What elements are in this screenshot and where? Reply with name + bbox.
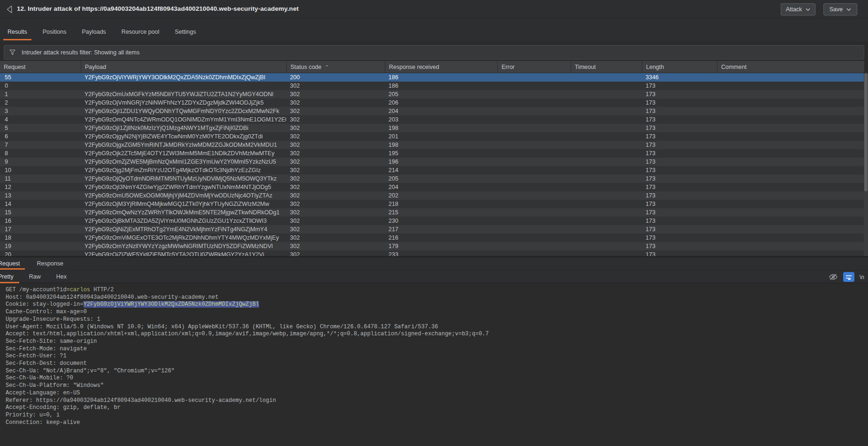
cell-request: 17 bbox=[0, 225, 81, 234]
table-row[interactable]: 20Y2FybG9zOjZlZWE5YjdlZjE5MTc5YTA2OTU0ZW… bbox=[0, 250, 864, 256]
column-header-response-received[interactable]: Response received bbox=[385, 61, 497, 73]
newline-toggle-icon[interactable]: \n bbox=[860, 274, 864, 280]
back-arrow-icon[interactable] bbox=[5, 4, 15, 15]
table-row[interactable]: 4Y2FybG9zOmQ4NTc4ZWRmODQ1OGNlMDZmYmM1YmI… bbox=[0, 115, 864, 124]
table-row[interactable]: 5Y2FybG9zOjI1ZjllNzk0MzIzYjQ1Mzg4NWY1MTg… bbox=[0, 124, 864, 132]
hide-eye-icon[interactable] bbox=[829, 273, 838, 280]
column-header-request[interactable]: Request bbox=[0, 61, 81, 73]
cell-comment bbox=[717, 174, 864, 183]
cell-payload: Y2FybG9zOjQyOTdmNDRiMTM5NTUyMzUyNDViMjQ5… bbox=[81, 174, 286, 183]
cell-status-code: 302 bbox=[286, 132, 385, 141]
title-bar: 12. Intruder attack of https://0a9400320… bbox=[0, 0, 868, 19]
table-row[interactable]: 15Y2FybG9zOmQwNzYzZWRhYTlkOWJkMmE5NTE2Mj… bbox=[0, 208, 864, 217]
tab-positions[interactable]: Positions bbox=[43, 26, 67, 35]
column-header-payload[interactable]: Payload bbox=[81, 61, 286, 73]
table-row[interactable]: 12Y2FybG9zOjI3NmY4ZGIwYjg2ZWRhYTdmYzgwNT… bbox=[0, 183, 864, 191]
tab-payloads[interactable]: Payloads bbox=[82, 26, 106, 35]
table-row[interactable]: 6Y2FybG9zOjgyN2NjYjBlZWE4YTcwNmM0YzM0YTE… bbox=[0, 132, 864, 141]
cell-response-received: 233 bbox=[385, 250, 497, 256]
table-row[interactable]: 10Y2FybG9zOjg2MjFmZmRiYzU2OTg4MjkzOTdkOT… bbox=[0, 166, 864, 174]
cell-request: 0 bbox=[0, 82, 81, 90]
chevron-down-icon bbox=[846, 8, 851, 11]
request-text: Sec-Fetch-Dest: document bbox=[6, 360, 87, 367]
table-row[interactable]: 1Y2FybG9zOmUxMGFkYzM5NDliYTU5YWJiZTU2ZTA… bbox=[0, 90, 864, 98]
cell-comment bbox=[717, 124, 864, 132]
table-row[interactable]: 18Y2FybG9zOmViMGExOTE3OTc2MjRkZDNhNDhmYT… bbox=[0, 234, 864, 242]
cell-status-code: 302 bbox=[286, 149, 385, 158]
cell-request: 7 bbox=[0, 141, 81, 149]
cell-status-code: 302 bbox=[286, 90, 385, 98]
cell-timeout bbox=[571, 250, 642, 256]
cell-payload: Y2FybG9zOmQ4NTc4ZWRmODQ1OGNlMDZmYmM1YmI3… bbox=[81, 115, 286, 124]
table-row[interactable]: 0302186173 bbox=[0, 82, 864, 90]
param-value: carlos bbox=[70, 287, 90, 293]
column-header-timeout[interactable]: Timeout bbox=[571, 61, 642, 73]
cell-comment bbox=[717, 217, 864, 225]
cell-length: 173 bbox=[642, 166, 717, 174]
message-tab-response[interactable]: Response bbox=[37, 260, 63, 267]
table-row[interactable]: 19Y2FybG9zOmYzNzllYWYzYzgzMWIwNGRlMTUzND… bbox=[0, 242, 864, 250]
cell-status-code: 302 bbox=[286, 191, 385, 200]
cell-timeout bbox=[571, 234, 642, 242]
request-text: Accept-Language: en-US bbox=[6, 390, 80, 396]
scrollbar-thumb[interactable] bbox=[864, 73, 868, 191]
word-wrap-toggle-icon[interactable] bbox=[843, 272, 854, 282]
cell-status-code: 302 bbox=[286, 107, 385, 115]
results-scrollbar[interactable] bbox=[864, 73, 868, 256]
cell-error bbox=[497, 183, 571, 191]
cell-payload: Y2FybG9zOjM3YjRlMmQ4MjkwMGQ1ZTk0YjhkYTUy… bbox=[81, 200, 286, 208]
cell-request: 6 bbox=[0, 132, 81, 141]
cell-request: 2 bbox=[0, 98, 81, 107]
cell-error bbox=[497, 82, 571, 90]
filter-status-text: Intruder attack results filter: Showing … bbox=[22, 49, 140, 56]
tab-resource-pool[interactable]: Resource pool bbox=[122, 26, 160, 35]
cell-response-received: 186 bbox=[385, 82, 497, 90]
request-line: Cache-Control: max-age=0 bbox=[6, 309, 868, 316]
save-button[interactable]: Save bbox=[823, 3, 857, 15]
column-header-status-code[interactable]: Status code⌃ bbox=[286, 61, 385, 73]
cell-length: 173 bbox=[642, 174, 717, 183]
cell-request: 20 bbox=[0, 250, 81, 256]
table-row[interactable]: 9Y2FybG9zOmZjZWE5MjBmNzQxMmI1ZGE3YmUwY2Y… bbox=[0, 158, 864, 166]
table-row[interactable]: 14Y2FybG9zOjM3YjRlMmQ4MjkwMGQ1ZTk0YjhkYT… bbox=[0, 200, 864, 208]
view-tab-hex[interactable]: Hex bbox=[56, 273, 67, 280]
column-header-comment[interactable]: Comment bbox=[717, 61, 864, 73]
view-tab-pretty[interactable]: Pretty bbox=[0, 273, 14, 280]
table-row[interactable]: 7Y2FybG9zOjgxZGM5YmRiNTJkMDRkYzIwMDM2ZGJ… bbox=[0, 141, 864, 149]
view-tab-raw[interactable]: Raw bbox=[29, 273, 41, 280]
cell-request: 12 bbox=[0, 183, 81, 191]
cell-comment bbox=[717, 225, 864, 234]
cell-comment bbox=[717, 183, 864, 191]
request-line: Accept-Encoding: gzip, deflate, br bbox=[6, 404, 868, 412]
results-filter-bar[interactable]: Intruder attack results filter: Showing … bbox=[4, 45, 864, 60]
cell-payload: Y2FybG9zOmU5OWExOGM0MjhjYjM4ZDVmMjYwODUz… bbox=[81, 191, 286, 200]
table-row[interactable]: 2Y2FybG9zOjVmNGRjYzNiNWFhNzY1ZDYxZDgzMjd… bbox=[0, 98, 864, 107]
table-row[interactable]: 17Y2FybG9zOjNiZjExMTRhOTg2YmE4N2VkMjhmYz… bbox=[0, 225, 864, 234]
tab-settings[interactable]: Settings bbox=[175, 26, 196, 35]
cell-payload: Y2FybG9zOjI1ZjllNzk0MzIzYjQ1Mzg4NWY1MTgx… bbox=[81, 124, 286, 132]
cell-length: 173 bbox=[642, 132, 717, 141]
column-header-error[interactable]: Error bbox=[497, 61, 571, 73]
request-editor[interactable]: GET /my-account?id=carlos HTTP/2Host: 0a… bbox=[0, 283, 868, 446]
request-text: Accept-Encoding: gzip, deflate, br bbox=[6, 404, 121, 411]
table-row[interactable]: 8Y2FybG9zOjk2ZTc5MjE4OTY1ZWI3MmM5MmE1NDl… bbox=[0, 149, 864, 158]
table-row[interactable]: 55Y2FybG9zOjViYWRjYWY3ODlkM2QxZDA5Nzk0ZD… bbox=[0, 73, 864, 82]
request-line: Sec-Ch-Ua: "Not/A)Brand";v="8", "Chromiu… bbox=[6, 368, 868, 375]
tab-results[interactable]: Results bbox=[8, 26, 27, 35]
cell-comment bbox=[717, 208, 864, 217]
table-row[interactable]: 11Y2FybG9zOjQyOTdmNDRiMTM5NTUyMzUyNDViMj… bbox=[0, 174, 864, 183]
table-row[interactable]: 16Y2FybG9zOjBkMTA3ZDA5ZjViYmU0MGNhZGUzZG… bbox=[0, 217, 864, 225]
request-line: Sec-Fetch-Mode: navigate bbox=[6, 346, 868, 353]
request-text: Sec-Ch-Ua: "Not/A)Brand";v="8", "Chromiu… bbox=[6, 368, 175, 374]
column-header-length[interactable]: Length bbox=[642, 61, 717, 73]
table-row[interactable]: 13Y2FybG9zOmU5OWExOGM0MjhjYjM4ZDVmMjYwOD… bbox=[0, 191, 864, 200]
attack-button[interactable]: Attack bbox=[781, 3, 815, 15]
message-tab-request[interactable]: Request bbox=[0, 260, 20, 267]
table-row[interactable]: 3Y2FybG9zOjI1ZDU1YWQyODNhYTQwMGFmNDY0Yzc… bbox=[0, 107, 864, 115]
cell-length: 173 bbox=[642, 115, 717, 124]
attack-button-label: Attack bbox=[786, 6, 802, 13]
cell-length: 173 bbox=[642, 183, 717, 191]
request-line: Cookie: stay-logged-in=Y2FybG9zOjViYWRjY… bbox=[6, 301, 868, 309]
cell-length: 173 bbox=[642, 225, 717, 234]
sort-asc-icon: ⌃ bbox=[325, 64, 329, 70]
